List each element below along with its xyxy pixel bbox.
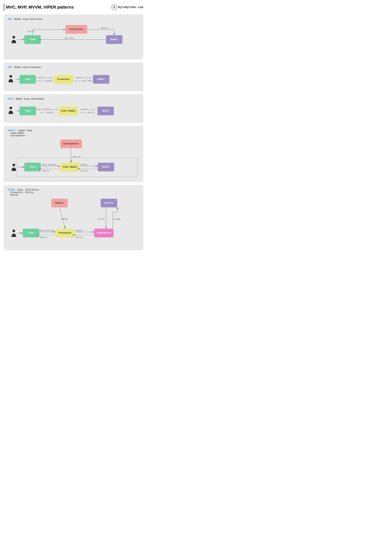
title-accent-bar xyxy=(4,4,5,11)
mvp-person-arrow xyxy=(16,79,19,80)
viper-presenter-box: Presenter xyxy=(56,229,75,237)
mvp-update2-label: update xyxy=(75,77,83,79)
mvp-full-label: Model View Presenter xyxy=(14,66,42,69)
mvc-diagram: View Controller Model notify update get … xyxy=(8,23,139,56)
mvvmc-model-box: Model xyxy=(98,163,114,171)
mvp-model-box: Model xyxy=(93,75,109,84)
mvp-view-presenter-arrows: notify update xyxy=(36,77,54,82)
viper-router-box: Router xyxy=(51,199,68,207)
mvvm-label: MVVM: Model View View-Model xyxy=(8,98,139,100)
svg-point-10 xyxy=(12,164,15,166)
mvp-view-box: View xyxy=(19,75,36,84)
mvp-presenter-model-arrows: update get data xyxy=(73,77,93,82)
mvp-diagram: View notify update Presenter upda xyxy=(8,71,139,88)
mvvm-diagram: View Data binding Notify View Model upda… xyxy=(8,103,139,119)
svg-text:notify: notify xyxy=(98,218,105,220)
mvvmc-person xyxy=(11,163,17,172)
mvvm-acronym: MVVM: xyxy=(8,98,14,100)
svg-point-22 xyxy=(12,230,15,232)
mvvm-person-arrow xyxy=(16,110,19,112)
mvvm-viewmodel-box: View Model xyxy=(58,107,78,115)
mvvm-section: MVVM: Model View View-Model View Data bi… xyxy=(4,94,143,123)
svg-text:manage: manage xyxy=(61,218,68,220)
mvc-view-box: View xyxy=(24,35,41,44)
mvvm-model-box: Model xyxy=(97,107,114,115)
viper-person xyxy=(11,229,17,238)
mvc-model-box: Model xyxy=(106,35,122,44)
viper-section: VIPER: View, Interactor, Presenter, Enti… xyxy=(4,185,143,250)
mvc-person xyxy=(11,36,17,45)
mvp-notify-label: notify xyxy=(37,77,44,79)
logo-text: ByteByteGo.com xyxy=(118,5,143,9)
viper-entity-box: Entity xyxy=(101,199,117,207)
svg-text:update: update xyxy=(75,229,83,232)
page-header: MVC, MVP, MVVM, VIPER patterns B ByteByt… xyxy=(4,4,143,11)
mvvm-full-label: Model View View-Model xyxy=(16,98,44,100)
mvp-get-data-label: get data xyxy=(83,80,92,82)
mvvm-vm-model-arrows: update Notify xyxy=(78,108,97,114)
mvvmc-coordinator-box: Coordinator xyxy=(60,139,82,148)
svg-text:Notify: Notify xyxy=(75,236,83,239)
mvc-controller-box: Controller xyxy=(65,25,87,34)
mvvmc-label: MVVM-C: Model View View-Model Coordinato… xyxy=(8,129,139,137)
svg-text:notify: notify xyxy=(27,30,34,33)
viper-view-box: View xyxy=(23,229,39,237)
svg-line-24 xyxy=(60,207,65,228)
svg-text:update: update xyxy=(101,27,108,29)
mvp-presenter-box: Presenter xyxy=(54,75,73,84)
mvvm-data-binding-label: Data binding xyxy=(37,108,51,110)
svg-text:Notify: Notify xyxy=(40,236,47,239)
viper-arrows: manage notify manage Data binding Notify… xyxy=(8,199,139,247)
mvvmc-acronym: MVVM-C: xyxy=(8,129,17,132)
mvc-label: MVC: Model View Controller xyxy=(8,18,139,21)
mvvmc-view-box: View xyxy=(24,163,41,171)
mvvm-person xyxy=(8,106,14,115)
logo-icon: B xyxy=(112,5,117,10)
mvvmc-viewmodel-box: View Model xyxy=(60,163,80,171)
mvvmc-section: MVVM-C: Model View View-Model Coordinato… xyxy=(4,126,143,182)
page-title: MVC, MVP, MVVM, VIPER patterns xyxy=(6,5,74,9)
mvvm-notify-label: Notify xyxy=(47,111,54,114)
mvvmc-diagram: Coordinator View View Model Model xyxy=(8,139,139,179)
svg-text:Data binding: Data binding xyxy=(40,229,54,232)
mvc-acronym: MVC: xyxy=(8,18,13,21)
mvp-acronym: MVP: xyxy=(8,66,13,69)
mvvm-update-label: update xyxy=(81,108,88,110)
mvc-full-label: Model View Controller xyxy=(14,18,43,21)
mvp-update-label: update xyxy=(46,80,53,82)
mvvm-view-box: View xyxy=(19,107,36,115)
mvc-section: MVC: Model View Controller View Controll… xyxy=(4,14,143,60)
logo: B ByteByteGo.com xyxy=(112,5,143,10)
viper-label: VIPER: View, Interactor, Presenter, Enti… xyxy=(8,189,139,196)
svg-text:B: B xyxy=(114,6,115,8)
mvp-person xyxy=(8,75,14,84)
viper-diagram: Router Entity View Presenter Interactor xyxy=(8,199,139,247)
svg-point-9 xyxy=(9,107,12,109)
mvp-label: MVP: Model View Presenter xyxy=(8,66,139,69)
svg-point-2 xyxy=(12,36,15,38)
svg-text:get data: get data xyxy=(65,37,74,39)
svg-text:manage: manage xyxy=(113,218,121,220)
mvvm-view-vm-arrows: Data binding Notify xyxy=(36,108,58,114)
svg-point-8 xyxy=(9,75,12,78)
mvvm-notify2-label: Notify xyxy=(88,111,95,114)
viper-acronym: VIPER: xyxy=(8,189,16,191)
viper-interactor-box: Interactor xyxy=(94,229,114,237)
mvp-section: MVP: Model View Presenter View notify xyxy=(4,62,143,91)
